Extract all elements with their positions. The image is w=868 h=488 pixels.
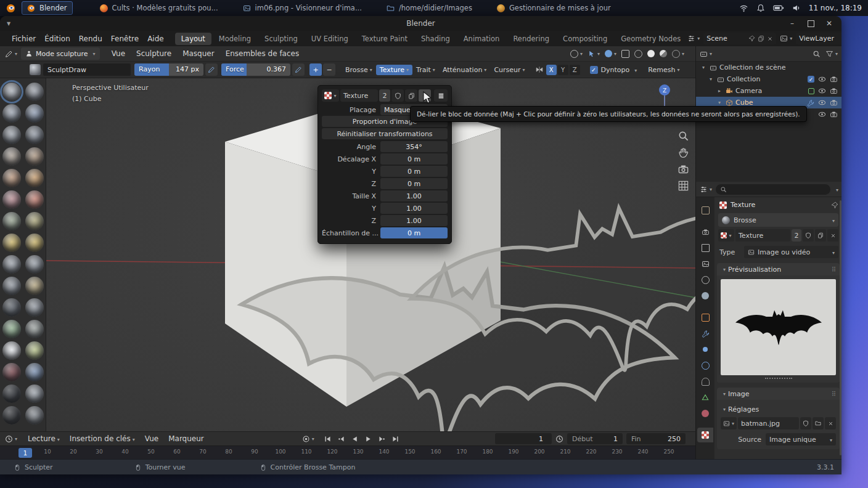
outliner-editor-icon[interactable]: [700, 50, 712, 58]
open-file-button[interactable]: [813, 417, 824, 429]
notifications-icon[interactable]: [756, 4, 765, 12]
menu-view[interactable]: Vue: [107, 49, 129, 58]
cursor-dropdown[interactable]: Curseur: [490, 65, 528, 75]
properties-editor-icon[interactable]: [700, 185, 712, 193]
camera-view-icon[interactable]: [678, 163, 689, 175]
brush-thumb[interactable]: [2, 277, 21, 295]
tab-tool[interactable]: [697, 203, 713, 218]
source-dropdown[interactable]: Image unique: [766, 433, 836, 445]
size-z-field[interactable]: 1.00: [380, 215, 448, 226]
menu-edit[interactable]: Édition: [40, 35, 75, 43]
menu-file[interactable]: Fichier: [7, 35, 40, 43]
frame-end-field[interactable]: Fin 250: [626, 433, 686, 444]
scene-selector[interactable]: Scene: [703, 33, 776, 44]
mirror-y-toggle[interactable]: Y: [558, 65, 568, 75]
angle-field[interactable]: 354°: [380, 141, 448, 152]
workspace-tab-layout[interactable]: Layout: [175, 33, 211, 45]
next-keyframe-button[interactable]: [375, 433, 388, 444]
texture-user-path[interactable]: Brosse: [718, 213, 838, 227]
shading-wireframe[interactable]: [634, 50, 642, 58]
strength-pressure-button[interactable]: [292, 63, 305, 76]
tab-object[interactable]: [697, 310, 713, 325]
type-dropdown[interactable]: Image ou vidéo: [744, 246, 838, 258]
texture-browse-dropdown[interactable]: [322, 89, 339, 102]
taskbar-item-image-viewer[interactable]: im06.png - Visionneur d'ima...: [238, 2, 367, 14]
workspace-tab-texture-paint[interactable]: Texture Paint: [356, 33, 414, 45]
brush-name-field[interactable]: SculptDraw: [43, 63, 131, 76]
brush-smooth[interactable]: [25, 169, 44, 187]
texture-name-field[interactable]: Texture: [340, 89, 378, 102]
image-name-field[interactable]: batman.jpg: [738, 417, 799, 429]
texture-slots-button[interactable]: [434, 89, 448, 102]
maximize-button[interactable]: [802, 17, 819, 30]
users-count-button[interactable]: 2: [792, 229, 801, 242]
tab-constraints[interactable]: [697, 374, 713, 389]
play-reverse-button[interactable]: [348, 433, 361, 444]
radius-slider[interactable]: Rayon 147 px: [134, 63, 203, 76]
menu-playback[interactable]: Lecture: [23, 434, 64, 443]
fake-user-button[interactable]: [800, 417, 811, 429]
texture-preview-image[interactable]: [721, 279, 836, 375]
texture-dropdown[interactable]: Texture: [376, 65, 412, 75]
viewlayer-browse-icon[interactable]: [780, 35, 792, 43]
image-browse-dropdown[interactable]: [721, 417, 737, 429]
tab-modifiers[interactable]: [697, 326, 713, 341]
timeline-ruler[interactable]: 1 10203040506070809010011012013014015016…: [0, 445, 695, 460]
volume-icon[interactable]: [792, 4, 801, 12]
menu-render[interactable]: Rendu: [75, 35, 107, 43]
editor-type-icon[interactable]: [5, 50, 17, 58]
cube-object[interactable]: [225, 96, 695, 431]
menu-window[interactable]: Fenêtre: [107, 35, 143, 43]
copy-icon[interactable]: [758, 35, 764, 42]
drag-dots-icon[interactable]: ⠿: [832, 266, 836, 273]
brush-crease[interactable]: [2, 169, 21, 187]
brush-draw[interactable]: [2, 83, 21, 101]
render-visibility-icon[interactable]: [830, 75, 838, 83]
shading-solid[interactable]: [647, 50, 655, 57]
menu-keying[interactable]: Insertion de clés: [65, 434, 139, 443]
properties-options-chevron-icon[interactable]: [834, 185, 838, 193]
workspace-tab-animation[interactable]: Animation: [457, 33, 506, 45]
expand-icon[interactable]: ▾: [707, 76, 714, 82]
hide-eye-icon[interactable]: [818, 75, 826, 83]
shading-material[interactable]: [660, 50, 667, 57]
window-titlebar[interactable]: ▼ Blender – ✕: [0, 16, 841, 31]
remesh-dropdown[interactable]: Remesh: [644, 65, 683, 75]
render-visibility-icon[interactable]: [830, 87, 838, 95]
mirror-z-toggle[interactable]: Z: [570, 65, 580, 75]
unlink-button[interactable]: [827, 229, 838, 242]
current-frame-marker[interactable]: 1: [18, 448, 32, 458]
close-button[interactable]: ✕: [821, 17, 838, 30]
brush-blob[interactable]: [25, 147, 44, 166]
size-y-field[interactable]: 1.00: [380, 203, 448, 214]
taskbar-item-blender[interactable]: Blender: [22, 1, 73, 15]
brush-multiplane-scrape[interactable]: [25, 212, 44, 230]
modifier-wrench-icon[interactable]: [807, 99, 814, 107]
subtract-button[interactable]: −: [323, 63, 335, 76]
texture-browse-dropdown[interactable]: [718, 229, 734, 242]
hide-eye-icon[interactable]: [818, 87, 826, 95]
brush-nudge[interactable]: [2, 298, 21, 317]
dyntopo-checkbox[interactable]: ✓: [590, 66, 598, 74]
brush-clay[interactable]: [2, 104, 21, 123]
search-icon[interactable]: [813, 50, 821, 58]
collection-checkbox[interactable]: ✓: [808, 76, 814, 83]
overlays-toggle[interactable]: [605, 50, 616, 57]
blender-launcher-icon[interactable]: [6, 4, 15, 13]
workspace-tab-compositing[interactable]: Compositing: [557, 33, 613, 45]
radius-pressure-button[interactable]: [205, 63, 218, 76]
play-button[interactable]: [362, 433, 375, 444]
brush-layer[interactable]: [25, 126, 44, 144]
brush-cloth[interactable]: [2, 341, 21, 360]
menu-help[interactable]: Aide: [143, 35, 168, 43]
brush-mask[interactable]: [2, 363, 21, 381]
brush-clay-thumb[interactable]: [2, 126, 21, 144]
fake-user-button[interactable]: [803, 229, 814, 242]
brush-pose[interactable]: [25, 277, 44, 295]
brush-scrape[interactable]: [2, 212, 21, 230]
stroke-dropdown[interactable]: Trait: [412, 65, 439, 75]
jump-to-start-button[interactable]: [321, 433, 334, 444]
brush-smear[interactable]: [25, 406, 44, 425]
tab-scene[interactable]: [697, 272, 713, 287]
new-copy-button[interactable]: [815, 229, 826, 242]
